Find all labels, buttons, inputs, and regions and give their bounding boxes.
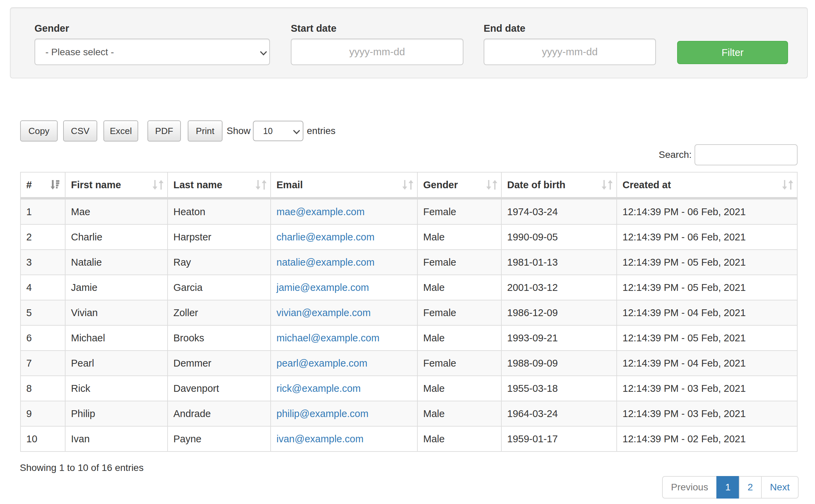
pagination-page-2[interactable]: 2 (740, 476, 762, 499)
table-info: Showing 1 to 10 of 16 entries (20, 461, 144, 475)
cell: 1981-01-13 (501, 250, 617, 275)
cell: Heaton (168, 198, 271, 225)
cell-email: rick@example.com (271, 376, 417, 401)
cell: 1990-09-05 (501, 224, 617, 250)
table-row: 2CharlieHarpstercharlie@example.comMale1… (20, 224, 797, 250)
sort-desc-icon (51, 180, 59, 190)
cell-email: ivan@example.com (271, 426, 417, 451)
cell: 10 (20, 426, 65, 451)
csv-button[interactable]: CSV (63, 120, 97, 142)
email-link[interactable]: rick@example.com (276, 383, 361, 394)
column-header-created-at[interactable]: Created at (617, 172, 797, 198)
cell: 9 (20, 401, 65, 426)
cell: 6 (20, 325, 65, 351)
column-header-gender[interactable]: Gender (417, 172, 501, 198)
column-header-email[interactable]: Email (271, 172, 417, 198)
cell-email: natalie@example.com (271, 250, 417, 275)
cell: Mae (65, 198, 168, 225)
cell: 12:14:39 PM - 06 Feb, 2021 (617, 198, 797, 225)
cell: 12:14:39 PM - 02 Feb, 2021 (617, 426, 797, 451)
column-header-date-of-birth[interactable]: Date of birth (501, 172, 617, 198)
cell: 2 (20, 224, 65, 250)
cell: Demmer (168, 351, 271, 376)
search-label: Search: (659, 144, 692, 165)
cell: 2001-03-12 (501, 275, 617, 300)
gender-select[interactable]: - Please select - (34, 39, 270, 65)
email-link[interactable]: ivan@example.com (276, 433, 363, 444)
email-link[interactable]: jamie@example.com (276, 282, 369, 293)
cell: Harpster (168, 224, 271, 250)
print-button[interactable]: Print (188, 120, 223, 142)
cell: 1955-03-18 (501, 376, 617, 401)
column-header-num[interactable]: # (20, 172, 65, 198)
end-date-label: End date (484, 21, 525, 35)
pagination: Previous 1 2 Next (662, 476, 799, 499)
email-link[interactable]: mae@example.com (276, 206, 364, 217)
cell: Andrade (168, 401, 271, 426)
sort-both-icon (602, 180, 613, 190)
cell-email: vivian@example.com (271, 300, 417, 325)
search-input[interactable] (695, 144, 798, 165)
cell-email: michael@example.com (271, 325, 417, 351)
email-link[interactable]: philip@example.com (276, 408, 369, 419)
column-header-label: Email (276, 179, 303, 190)
table-row: 1MaeHeatonmae@example.comFemale1974-03-2… (20, 198, 797, 225)
cell: 5 (20, 300, 65, 325)
cell: 12:14:39 PM - 03 Feb, 2021 (617, 401, 797, 426)
gender-label: Gender (34, 21, 69, 35)
cell: 1959-01-17 (501, 426, 617, 451)
cell: Charlie (65, 224, 168, 250)
cell-email: jamie@example.com (271, 275, 417, 300)
table-row: 4JamieGarciajamie@example.comMale2001-03… (20, 275, 797, 300)
cell: Pearl (65, 351, 168, 376)
cell: Female (417, 198, 501, 225)
cell-email: pearl@example.com (271, 351, 417, 376)
cell: 12:14:39 PM - 05 Feb, 2021 (617, 325, 797, 351)
cell: Male (417, 325, 501, 351)
start-date-input[interactable] (291, 39, 463, 65)
column-header-last-name[interactable]: Last name (168, 172, 271, 198)
cell: Brooks (168, 325, 271, 351)
table-row: 5VivianZollervivian@example.comFemale198… (20, 300, 797, 325)
email-link[interactable]: pearl@example.com (276, 358, 367, 369)
cell: 7 (20, 351, 65, 376)
gender-select-control[interactable]: - Please select - (35, 39, 269, 64)
cell: Zoller (168, 300, 271, 325)
sort-both-icon (256, 180, 267, 190)
email-link[interactable]: vivian@example.com (276, 307, 371, 318)
cell-email: charlie@example.com (271, 224, 417, 250)
pagination-previous[interactable]: Previous (662, 476, 717, 499)
cell: 1986-12-09 (501, 300, 617, 325)
cell: Vivian (65, 300, 168, 325)
filter-button[interactable]: Filter (677, 41, 788, 64)
pagination-next[interactable]: Next (762, 476, 799, 499)
cell: Female (417, 351, 501, 376)
pagination-page-1[interactable]: 1 (717, 476, 740, 499)
email-link[interactable]: natalie@example.com (276, 257, 374, 268)
table-row: 6MichaelBrooksmichael@example.comMale199… (20, 325, 797, 351)
email-link[interactable]: charlie@example.com (276, 232, 374, 242)
page-length-select[interactable]: 10 (253, 121, 303, 141)
cell-email: mae@example.com (271, 198, 417, 225)
table-row: 9PhilipAndradephilip@example.comMale1964… (20, 401, 797, 426)
copy-button[interactable]: Copy (20, 120, 58, 142)
pdf-button[interactable]: PDF (147, 120, 181, 142)
cell: 3 (20, 250, 65, 275)
cell: 12:14:39 PM - 05 Feb, 2021 (617, 250, 797, 275)
page-length-select-control[interactable]: 10 (254, 121, 303, 140)
column-header-label: Last name (173, 179, 222, 190)
email-link[interactable]: michael@example.com (276, 332, 380, 343)
cell: Male (417, 275, 501, 300)
cell: Male (417, 426, 501, 451)
column-header-first-name[interactable]: First name (65, 172, 168, 198)
table-row: 7PearlDemmerpearl@example.comFemale1988-… (20, 351, 797, 376)
cell: 12:14:39 PM - 03 Feb, 2021 (617, 376, 797, 401)
excel-button[interactable]: Excel (103, 120, 138, 142)
cell: Ray (168, 250, 271, 275)
end-date-input[interactable] (484, 39, 656, 65)
cell: Male (417, 224, 501, 250)
data-table: # First name Last name Email Gender Date… (20, 172, 798, 452)
cell: Davenport (168, 376, 271, 401)
cell: Michael (65, 325, 168, 351)
show-label: Show (227, 120, 251, 142)
